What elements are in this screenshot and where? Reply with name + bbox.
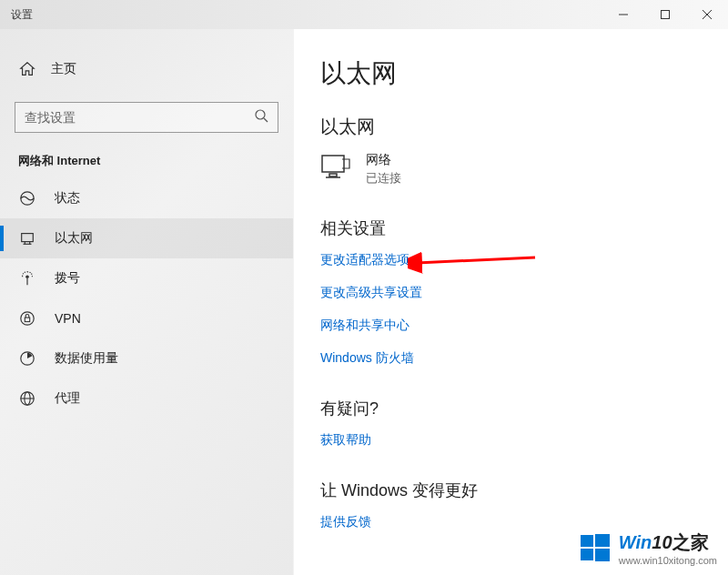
titlebar: 设置 xyxy=(0,0,728,29)
svg-rect-24 xyxy=(581,535,593,547)
svg-rect-25 xyxy=(595,534,610,547)
dialup-icon xyxy=(18,269,36,288)
watermark-title: Win10之家 xyxy=(619,530,717,555)
home-label: 主页 xyxy=(51,61,76,77)
help-section-title: 有疑问? xyxy=(320,398,701,419)
vpn-icon xyxy=(18,309,36,328)
svg-rect-14 xyxy=(25,318,29,322)
main-content: 以太网 以太网 网络 已连接 相关设置 更改适配器选项更改高级共享设置网络和共享… xyxy=(293,29,728,575)
related-link-1[interactable]: 更改高级共享设置 xyxy=(320,285,701,301)
search-box[interactable] xyxy=(15,102,278,133)
home-icon xyxy=(18,60,36,78)
proxy-icon xyxy=(18,389,36,408)
nav-label: 以太网 xyxy=(55,230,93,247)
status-icon xyxy=(18,189,36,207)
minimize-button[interactable] xyxy=(602,0,644,29)
connection-section-title: 以太网 xyxy=(320,115,701,139)
related-section-title: 相关设置 xyxy=(320,217,701,239)
svg-point-11 xyxy=(25,275,29,278)
watermark: Win10之家 www.win10xitong.com xyxy=(579,530,717,566)
feedback-link[interactable]: 提供反馈 xyxy=(320,514,701,530)
svg-rect-27 xyxy=(595,549,610,561)
svg-rect-26 xyxy=(581,549,593,560)
nav-label: 代理 xyxy=(55,390,80,407)
sidebar: 主页 网络和 Internet 状态以太网拨号VPN数据使用量代理 xyxy=(0,29,293,575)
related-link-2[interactable]: 网络和共享中心 xyxy=(320,318,701,334)
page-title: 以太网 xyxy=(320,56,701,91)
close-button[interactable] xyxy=(686,0,728,29)
nav-item-ethernet[interactable]: 以太网 xyxy=(0,218,293,258)
search-icon xyxy=(254,108,268,126)
nav-label: 数据使用量 xyxy=(55,350,118,367)
category-heading: 网络和 Internet xyxy=(0,133,293,178)
maximize-button[interactable] xyxy=(644,0,686,29)
help-link[interactable]: 获取帮助 xyxy=(320,432,701,449)
svg-line-5 xyxy=(264,118,268,122)
network-name: 网络 xyxy=(366,152,401,168)
nav-item-vpn[interactable]: VPN xyxy=(0,298,293,338)
network-status: 已连接 xyxy=(366,170,401,187)
windows-logo-icon xyxy=(579,532,612,565)
nav-label: 状态 xyxy=(55,190,80,207)
nav-label: VPN xyxy=(55,311,81,326)
ethernet-icon xyxy=(18,229,36,247)
nav-item-data[interactable]: 数据使用量 xyxy=(0,338,293,378)
svg-rect-19 xyxy=(322,156,344,172)
svg-rect-7 xyxy=(22,234,34,242)
data-icon xyxy=(18,349,36,368)
nav-item-dialup[interactable]: 拨号 xyxy=(0,258,293,298)
window-title: 设置 xyxy=(11,7,602,23)
ethernet-icon xyxy=(320,154,366,185)
svg-rect-20 xyxy=(329,174,337,177)
related-link-0[interactable]: 更改适配器选项 xyxy=(320,252,701,268)
svg-point-4 xyxy=(256,110,265,119)
home-button[interactable]: 主页 xyxy=(0,53,293,86)
search-input[interactable] xyxy=(25,110,254,125)
related-link-3[interactable]: Windows 防火墙 xyxy=(320,350,701,367)
feedback-section-title: 让 Windows 变得更好 xyxy=(320,479,701,501)
network-row[interactable]: 网络 已连接 xyxy=(320,152,701,187)
nav-label: 拨号 xyxy=(55,270,80,287)
nav-item-status[interactable]: 状态 xyxy=(0,178,293,218)
svg-point-13 xyxy=(21,312,34,325)
nav-item-proxy[interactable]: 代理 xyxy=(0,378,293,419)
svg-rect-1 xyxy=(662,11,670,19)
watermark-url: www.win10xitong.com xyxy=(619,555,717,566)
window-controls xyxy=(602,0,728,29)
